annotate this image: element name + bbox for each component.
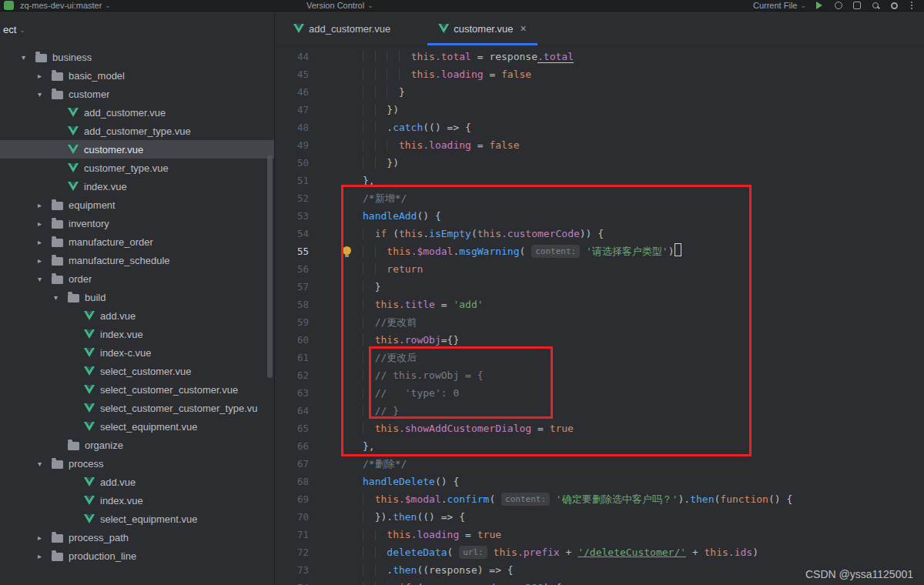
code-line-64[interactable]: 64 // } [275, 402, 924, 420]
line-number[interactable]: 49 [275, 136, 320, 154]
tree-folder-manufacture_schedule[interactable]: ▸manufacture_schedule [0, 251, 274, 269]
line-number[interactable]: 68 [275, 473, 320, 490]
code-line-68[interactable]: 68handleDelete() { [275, 473, 924, 490]
line-number[interactable]: 44 [275, 48, 320, 65]
sidebar-scrollbar[interactable] [267, 155, 273, 378]
line-number[interactable]: 66 [275, 437, 320, 455]
tree-file-select_equipment.vue[interactable]: select_equipment.vue [0, 510, 274, 528]
code-line-47[interactable]: 47 }) [275, 101, 924, 119]
tree-file-select_customer.vue[interactable]: select_customer.vue [0, 362, 274, 380]
code-line-60[interactable]: 60 this.rowObj={} [275, 331, 924, 349]
tree-folder-manufacture_order[interactable]: ▸manufacture_order [0, 232, 274, 251]
tree-folder-organize[interactable]: organize [0, 436, 274, 454]
line-number[interactable]: 60 [275, 331, 320, 349]
chevron-down-icon[interactable]: ▾ [38, 275, 52, 283]
code-line-71[interactable]: 71 this.loading = true [275, 526, 924, 543]
code-line-70[interactable]: 70 }).then(() => { [275, 508, 924, 526]
debug-icon[interactable] [835, 2, 842, 9]
chevron-down-icon[interactable]: ▾ [38, 90, 52, 99]
line-number[interactable]: 74 [275, 579, 320, 585]
tree-file-customer_type.vue[interactable]: customer_type.vue [0, 159, 274, 177]
line-number[interactable]: 57 [275, 278, 320, 296]
code-line-66[interactable]: 66}, [275, 437, 924, 455]
code-line-45[interactable]: 45 this.loading = false [275, 65, 924, 83]
code-line-48[interactable]: 48 .catch(() => { [275, 119, 924, 136]
tree-file-index.vue[interactable]: index.vue [0, 325, 274, 343]
ide-logo-icon[interactable] [4, 1, 14, 10]
tree-folder-process_path[interactable]: ▸process_path [0, 528, 274, 547]
line-number[interactable]: 56 [275, 260, 320, 278]
tree-folder-build[interactable]: ▾build [0, 288, 274, 306]
tree-folder-order[interactable]: ▾order [0, 269, 274, 288]
tree-folder-equipment[interactable]: ▸equipment [0, 196, 274, 214]
line-number[interactable]: 47 [275, 101, 320, 119]
project-branch-widget[interactable]: zq-mes-dev-ui:master [20, 1, 102, 10]
search-icon[interactable] [872, 2, 879, 8]
code-line-53[interactable]: 53handleAdd() { [275, 207, 924, 225]
code-line-44[interactable]: 44 this.total = response.total [275, 48, 924, 65]
line-number[interactable]: 61 [275, 349, 320, 366]
tree-folder-inventory[interactable]: ▸inventory [0, 214, 274, 232]
line-number[interactable]: 71 [275, 526, 320, 543]
code-line-59[interactable]: 59 //更改前 [275, 313, 924, 331]
line-number[interactable]: 69 [275, 490, 320, 508]
line-number[interactable]: 63 [275, 384, 320, 402]
tree-file-add.vue[interactable]: add.vue [0, 306, 274, 325]
chevron-right-icon[interactable]: ▸ [38, 552, 52, 560]
tree-file-select_equipment.vue[interactable]: select_equipment.vue [0, 417, 274, 436]
line-number[interactable]: 65 [275, 420, 320, 437]
code-line-56[interactable]: 56 return [275, 260, 924, 278]
code-line-55[interactable]: 55 this.$modal.msgWarning( content: '请选择… [275, 242, 924, 260]
tree-file-index-c.vue[interactable]: index-c.vue [0, 343, 274, 362]
line-number[interactable]: 53 [275, 207, 320, 225]
line-number[interactable]: 51 [275, 172, 320, 189]
code-line-50[interactable]: 50 }) [275, 154, 924, 172]
line-number[interactable]: 67 [275, 455, 320, 473]
tree-folder-process[interactable]: ▾process [0, 454, 274, 473]
intention-bulb-icon[interactable] [343, 246, 351, 255]
line-number[interactable]: 62 [275, 366, 320, 384]
code-line-51[interactable]: 51}, [275, 172, 924, 189]
tree-file-customer.vue[interactable]: customer.vue [0, 140, 274, 159]
tree-folder-business[interactable]: ▾business [0, 48, 274, 66]
tree-file-add_customer.vue[interactable]: add_customer.vue [0, 103, 274, 122]
line-number[interactable]: 58 [275, 296, 320, 313]
line-number[interactable]: 45 [275, 65, 320, 83]
chevron-down-icon[interactable]: ▾ [22, 53, 35, 62]
chevron-right-icon[interactable]: ▸ [38, 201, 52, 209]
tab-add-customer-vue[interactable]: add_customer.vue [283, 12, 401, 45]
tree-file-index.vue[interactable]: index.vue [0, 491, 274, 510]
tree-folder-customer[interactable]: ▾customer [0, 85, 274, 103]
chevron-right-icon[interactable]: ▸ [38, 72, 52, 80]
line-number[interactable]: 46 [275, 83, 320, 101]
line-number[interactable]: 55 [275, 242, 320, 260]
code-line-49[interactable]: 49 this.loading = false [275, 136, 924, 154]
code-line-61[interactable]: 61 //更改后 [275, 349, 924, 366]
line-number[interactable]: 50 [275, 154, 320, 172]
run-config-selector[interactable]: Current File [753, 1, 797, 10]
code-line-46[interactable]: 46 } [275, 83, 924, 101]
code-line-65[interactable]: 65 this.showAddCustomerDialog = true [275, 420, 924, 437]
chevron-down-icon[interactable]: ▾ [54, 293, 68, 302]
line-number[interactable]: 54 [275, 225, 320, 242]
settings-gear-icon[interactable] [891, 2, 898, 9]
run-icon[interactable] [816, 2, 822, 9]
line-number[interactable]: 73 [275, 561, 320, 579]
line-number[interactable]: 48 [275, 119, 320, 136]
chevron-right-icon[interactable]: ▸ [38, 533, 52, 542]
layout-icon[interactable] [853, 2, 861, 9]
code-line-69[interactable]: 69 this.$modal.confirm( content: '确定要删除选… [275, 490, 924, 508]
chevron-right-icon[interactable]: ▸ [38, 219, 52, 228]
line-number[interactable]: 64 [275, 402, 320, 420]
code-line-54[interactable]: 54 if (this.isEmpty(this.customerCode)) … [275, 225, 924, 242]
tree-file-select_customer_customer.vue[interactable]: select_customer_customer.vue [0, 380, 274, 399]
chevron-right-icon[interactable]: ▸ [38, 238, 52, 246]
tree-folder-production_line[interactable]: ▸production_line [0, 547, 274, 565]
line-number[interactable]: 52 [275, 189, 320, 207]
tree-file-index.vue[interactable]: index.vue [0, 177, 274, 196]
line-number[interactable]: 72 [275, 543, 320, 561]
tree-folder-basic_model[interactable]: ▸basic_model [0, 66, 274, 85]
code-line-72[interactable]: 72 deleteData( url: this.prefix + '/dele… [275, 543, 924, 561]
chevron-right-icon[interactable]: ▸ [38, 256, 52, 265]
tab-customer-vue[interactable]: customer.vue × [427, 12, 537, 45]
